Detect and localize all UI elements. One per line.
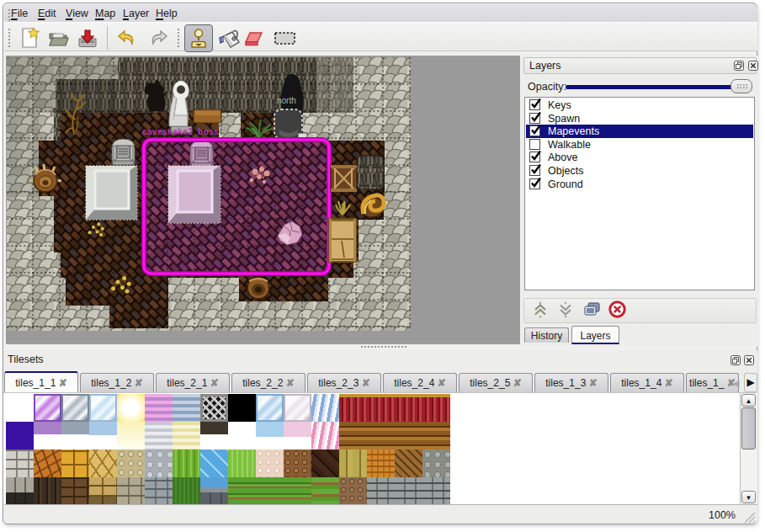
svg-text:cavesnake2_boss: cavesnake2_boss	[142, 127, 219, 136]
svg-text:north: north	[277, 96, 296, 105]
